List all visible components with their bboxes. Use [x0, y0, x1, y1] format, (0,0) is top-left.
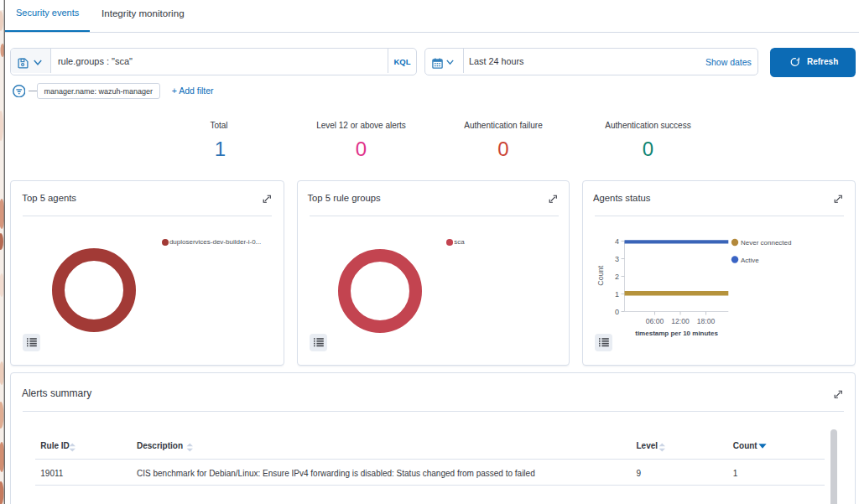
- svg-text:2: 2: [615, 273, 619, 281]
- svg-text:18:00: 18:00: [697, 317, 716, 325]
- svg-text:0: 0: [615, 308, 619, 316]
- svg-text:12:00: 12:00: [671, 317, 690, 325]
- svg-text:Count: Count: [596, 265, 605, 286]
- svg-text:Never connected: Never connected: [741, 239, 791, 247]
- svg-text:1: 1: [615, 290, 619, 299]
- svg-text:4: 4: [615, 237, 619, 246]
- svg-text:06:00: 06:00: [646, 317, 664, 325]
- svg-text:3: 3: [615, 255, 619, 263]
- svg-text:timestamp per 10 minutes: timestamp per 10 minutes: [635, 330, 718, 337]
- svg-text:Active: Active: [741, 257, 759, 264]
